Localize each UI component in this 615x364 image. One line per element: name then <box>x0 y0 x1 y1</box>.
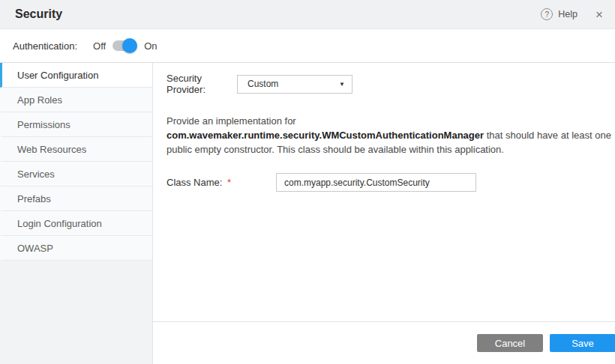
sidebar-item-user-configuration[interactable]: User Configuration <box>0 63 152 88</box>
class-name-label: Class Name: <box>166 177 222 188</box>
save-button[interactable]: Save <box>550 334 615 352</box>
help-icon: ? <box>541 8 553 20</box>
provider-description: Provide an implementation for com.wavema… <box>166 114 614 157</box>
sidebar-item-label: User Configuration <box>17 70 98 81</box>
security-provider-row: Security Provider: Custom ▼ <box>166 73 614 95</box>
sidebar-item-label: Prefabs <box>17 193 51 204</box>
main-panel: Security Provider: Custom ▼ Provide an i… <box>153 63 615 364</box>
toggle-knob <box>122 38 137 53</box>
required-marker: * <box>227 177 231 188</box>
toggle-off-label: Off <box>93 40 106 52</box>
sidebar-item-login-configuration[interactable]: Login Configuration <box>0 211 152 236</box>
page-title: Security <box>15 7 62 21</box>
security-window: Security ? Help × Authentication: Off On… <box>0 0 615 364</box>
sidebar-item-owasp[interactable]: OWASP <box>0 236 152 261</box>
help-label: Help <box>558 9 578 19</box>
security-provider-value: Custom <box>248 79 278 89</box>
cancel-button[interactable]: Cancel <box>477 334 543 352</box>
titlebar: Security ? Help × <box>0 0 615 29</box>
sidebar-item-web-resources[interactable]: Web Resources <box>0 137 152 162</box>
sidebar-item-permissions[interactable]: Permissions <box>0 112 152 137</box>
help-button[interactable]: ? Help <box>541 8 578 20</box>
sidebar-item-label: Login Configuration <box>17 218 102 229</box>
class-name-row: Class Name: * <box>166 173 614 192</box>
class-name-label-wrap: Class Name: * <box>166 177 276 188</box>
main-content: Security Provider: Custom ▼ Provide an i… <box>153 63 615 321</box>
toggle-on-label: On <box>144 40 157 52</box>
description-part1: Provide an implementation for <box>166 115 296 127</box>
close-icon[interactable]: × <box>596 8 603 21</box>
sidebar-item-label: Web Resources <box>17 144 86 155</box>
sidebar-item-services[interactable]: Services <box>0 162 152 186</box>
footer: Cancel Save <box>153 321 615 364</box>
sidebar-item-prefabs[interactable]: Prefabs <box>0 186 152 211</box>
sidebar: User Configuration App Roles Permissions… <box>0 63 153 364</box>
security-provider-select[interactable]: Custom ▼ <box>237 75 352 94</box>
titlebar-actions: ? Help × <box>541 8 603 21</box>
authentication-row: Authentication: Off On <box>0 29 615 63</box>
authentication-toggle[interactable] <box>112 40 136 51</box>
sidebar-item-label: Permissions <box>17 119 70 130</box>
authentication-label: Authentication: <box>13 40 77 52</box>
sidebar-item-app-roles[interactable]: App Roles <box>0 88 152 112</box>
sidebar-item-label: App Roles <box>17 94 62 106</box>
description-class-ref: com.wavemaker.runtime.security.WMCustomA… <box>166 130 484 141</box>
body: User Configuration App Roles Permissions… <box>0 63 615 364</box>
security-provider-label: Security Provider: <box>166 73 237 95</box>
dropdown-arrow-icon: ▼ <box>339 81 345 88</box>
class-name-input[interactable] <box>276 173 476 192</box>
sidebar-item-label: OWASP <box>17 243 53 254</box>
sidebar-item-label: Services <box>17 169 55 180</box>
